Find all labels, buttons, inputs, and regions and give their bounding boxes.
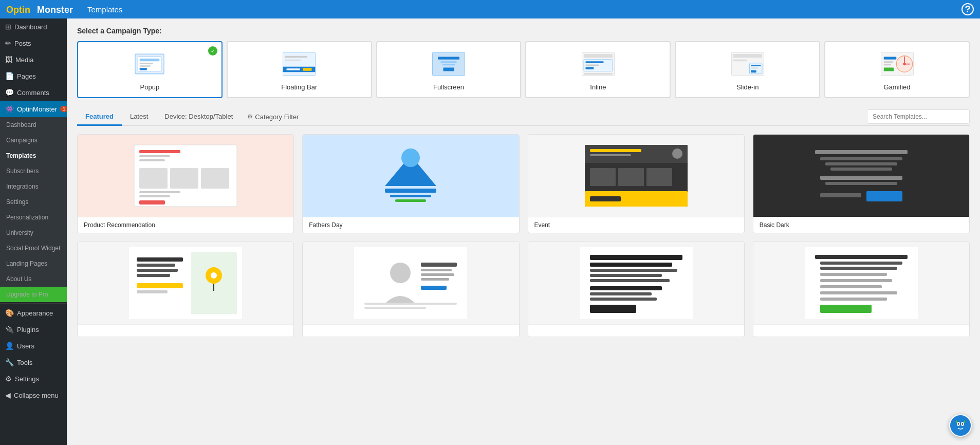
svg-rect-21: [584, 54, 613, 58]
popup-icon: [129, 48, 170, 79]
sidebar-item-dashboard[interactable]: ⊞ Dashboard: [0, 18, 67, 35]
sidebar-item-posts[interactable]: ✏ Posts: [0, 35, 67, 51]
pages-icon: 📄: [5, 72, 14, 80]
svg-rect-69: [820, 157, 902, 160]
template-card-fathers-day[interactable]: Fathers Day: [302, 134, 519, 233]
campaign-type-fullscreen[interactable]: Fullscreen: [376, 41, 522, 98]
plugins-label: Plugins: [17, 326, 39, 333]
sidebar-item-media[interactable]: 🖼 Media: [0, 51, 67, 68]
sidebar-item-om-integrations[interactable]: Integrations: [0, 179, 67, 194]
sidebar-item-optinmonster[interactable]: 👾 OptinMonster 1: [0, 101, 67, 117]
template-card-6[interactable]: [302, 242, 519, 337]
svg-rect-47: [201, 168, 229, 189]
sidebar-item-settings[interactable]: ⚙ Settings: [0, 370, 67, 387]
svg-rect-90: [421, 273, 454, 276]
inline-icon: [578, 48, 619, 79]
tab-device[interactable]: Device: Desktop/Tablet: [156, 108, 241, 126]
sidebar-item-om-subscribers[interactable]: Subscribers: [0, 163, 67, 179]
template-grid: Product Recommendation Fat: [77, 134, 970, 337]
dashboard-icon: ⊞: [5, 23, 11, 31]
sidebar-item-om-settings[interactable]: Settings: [0, 194, 67, 210]
optinmonster-icon: 👾: [5, 105, 14, 113]
gamified-icon: [877, 48, 918, 79]
help-button[interactable]: ?: [961, 3, 974, 15]
svg-rect-29: [733, 59, 747, 61]
sidebar-item-om-dashboard[interactable]: Dashboard: [0, 117, 67, 133]
svg-rect-93: [364, 303, 457, 305]
svg-rect-19: [443, 67, 454, 71]
sidebar-item-om-landing-pages[interactable]: Landing Pages: [0, 256, 67, 271]
tab-featured[interactable]: Featured: [77, 108, 122, 126]
svg-rect-16: [438, 57, 459, 59]
svg-rect-98: [590, 269, 677, 272]
om-campaigns-label: Campaigns: [6, 137, 38, 144]
slide-in-icon: [727, 48, 768, 79]
sidebar-item-pages[interactable]: 📄 Pages: [0, 68, 67, 84]
svg-rect-100: [590, 279, 670, 282]
svg-rect-5: [140, 62, 153, 64]
svg-rect-11: [303, 68, 312, 70]
svg-point-119: [962, 423, 964, 425]
sidebar-item-om-templates[interactable]: Templates: [0, 148, 67, 163]
selected-check: ✓: [208, 46, 217, 55]
campaign-type-inline[interactable]: Inline: [525, 41, 671, 98]
monster-fab-button[interactable]: [949, 414, 972, 437]
svg-rect-17: [440, 61, 457, 63]
svg-rect-18: [442, 64, 455, 65]
comments-icon: 💬: [5, 88, 14, 97]
template-preview-fathers-day: [303, 135, 519, 217]
svg-rect-114: [820, 305, 872, 313]
svg-rect-12: [285, 55, 307, 58]
fullscreen-label: Fullscreen: [385, 83, 512, 91]
svg-rect-71: [830, 168, 892, 171]
logo: Optin Monster: [6, 3, 83, 16]
svg-point-36: [903, 62, 905, 65]
template-card-8[interactable]: [753, 242, 970, 337]
search-input[interactable]: [867, 109, 970, 124]
svg-rect-56: [395, 199, 426, 202]
campaign-type-floating-bar[interactable]: Floating Bar: [227, 41, 372, 98]
sidebar-item-collapse[interactable]: ◀ Collapse menu: [0, 387, 67, 403]
appearance-icon: 🎨: [5, 309, 14, 317]
template-name: [528, 324, 744, 337]
svg-rect-44: [139, 159, 165, 161]
svg-rect-10: [287, 68, 300, 70]
svg-rect-13: [285, 59, 301, 61]
svg-rect-75: [820, 193, 861, 197]
svg-rect-101: [590, 286, 662, 290]
svg-rect-104: [590, 305, 636, 313]
om-dashboard-label: Dashboard: [6, 121, 36, 128]
svg-point-118: [958, 423, 959, 425]
sidebar-item-tools[interactable]: 🔧 Tools: [0, 354, 67, 370]
template-card-5[interactable]: [77, 242, 294, 337]
sidebar-item-users[interactable]: 👤 Users: [0, 338, 67, 354]
svg-point-115: [953, 418, 968, 433]
sidebar-item-om-about-us[interactable]: About Us: [0, 271, 67, 287]
sidebar: ⊞ Dashboard ✏ Posts 🖼 Media 📄 Pages 💬 Co…: [0, 18, 67, 445]
svg-rect-94: [364, 307, 426, 309]
top-bar: Optin Monster Templates ?: [0, 0, 980, 18]
sidebar-item-om-personalization[interactable]: Personalization: [0, 210, 67, 225]
template-card-product-recommendation[interactable]: Product Recommendation: [77, 134, 294, 233]
sidebar-item-appearance[interactable]: 🎨 Appearance: [0, 305, 67, 321]
tab-latest[interactable]: Latest: [122, 108, 156, 126]
template-card-basic-dark[interactable]: Basic Dark: [753, 134, 970, 233]
sidebar-item-plugins[interactable]: 🔌 Plugins: [0, 321, 67, 338]
tab-category-filter[interactable]: ⚙ Category Filter: [241, 109, 305, 125]
template-name: [753, 324, 969, 337]
svg-rect-78: [137, 264, 175, 267]
svg-rect-23: [585, 61, 603, 63]
sidebar-item-comments[interactable]: 💬 Comments: [0, 84, 67, 101]
template-card-event[interactable]: Event: [528, 134, 745, 233]
campaign-type-slide-in[interactable]: Slide-in: [675, 41, 820, 98]
campaign-type-gamified[interactable]: Gamified: [824, 41, 970, 98]
sidebar-item-upgrade[interactable]: Upgrade to Pro: [0, 287, 67, 302]
om-submenu: Dashboard Campaigns Templates Subscriber…: [0, 117, 67, 302]
om-social-proof-label: Social Proof Widget: [6, 245, 60, 252]
campaign-type-popup[interactable]: ✓ Popup: [77, 41, 223, 98]
template-card-7[interactable]: [528, 242, 745, 337]
sidebar-item-om-university[interactable]: University: [0, 225, 67, 240]
sidebar-item-om-social-proof[interactable]: Social Proof Widget: [0, 240, 67, 256]
sidebar-item-om-campaigns[interactable]: Campaigns: [0, 133, 67, 148]
sidebar-item-label: OptinMonster: [17, 105, 57, 113]
